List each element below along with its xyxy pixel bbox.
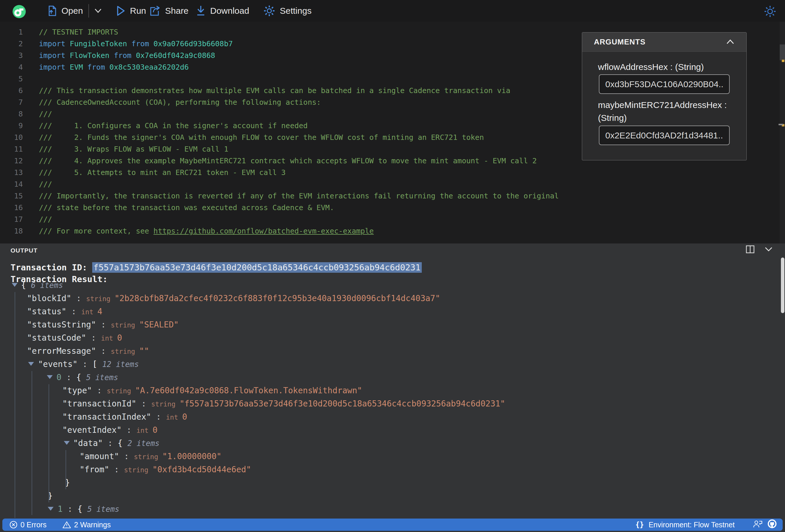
json-token: : <box>151 412 166 422</box>
json-token: "0xfd3b4cd50d44e6ed" <box>152 465 251 474</box>
settings-button[interactable]: Settings <box>263 0 311 22</box>
json-token: : <box>122 425 136 435</box>
json-tree-row: "data" : { 2 items <box>0 437 776 450</box>
line-number: 1 <box>0 26 23 38</box>
expand-triangle-icon[interactable] <box>48 507 54 511</box>
code-line[interactable]: 17/// <box>0 213 773 225</box>
share-icon <box>149 5 160 17</box>
argument-input-maybeMintERC721AddressHex[interactable] <box>599 126 730 145</box>
code-line[interactable]: 15/// Importantly, the transaction is re… <box>0 190 773 202</box>
json-token: "blockId" <box>27 294 71 303</box>
expand-triangle-icon[interactable] <box>28 362 34 366</box>
json-tree-row: "statusCode" : int 0 <box>0 331 776 345</box>
json-token: "statusString" <box>27 320 96 329</box>
expand-triangle-icon[interactable] <box>12 283 18 287</box>
json-tree-row: "errorMessage" : string "" <box>0 345 776 358</box>
json-tree-row: "eventIndex" : int 0 <box>0 424 776 437</box>
errors-count: 0 Errors <box>21 521 47 529</box>
run-button[interactable]: Run <box>117 0 146 22</box>
errors-status[interactable]: 0 Errors <box>9 521 47 529</box>
code-token: 0x7e60df042a9c0868 <box>136 51 215 60</box>
warnings-status[interactable]: 2 Warnings <box>62 521 111 529</box>
json-token: : <box>96 320 111 329</box>
code-token: from <box>87 63 109 71</box>
json-tree-row: "status" : int 4 <box>0 305 776 318</box>
output-scrollbar-thumb[interactable] <box>781 257 784 313</box>
code-line[interactable]: 14/// <box>0 178 773 190</box>
open-dropdown-button[interactable] <box>94 0 102 22</box>
json-token: : <box>86 333 101 343</box>
json-token: : <box>136 399 151 408</box>
open-file-icon <box>47 5 57 17</box>
line-number: 3 <box>0 50 23 61</box>
share-button[interactable]: Share <box>149 0 188 22</box>
arguments-title: ARGUMENTS <box>594 37 646 47</box>
arguments-header[interactable]: ARGUMENTS <box>582 32 746 52</box>
expand-triangle-icon[interactable] <box>64 441 70 445</box>
code-token: import <box>39 51 70 60</box>
line-number: 5 <box>0 73 23 85</box>
code-token: /// This transaction demonstrates how mu… <box>39 86 510 95</box>
json-token: "1.00000000" <box>162 452 221 461</box>
line-number: 8 <box>0 108 23 120</box>
json-tree-row: "amount" : string "1.00000000" <box>0 450 776 463</box>
json-tree-row: 0 : { 5 items <box>0 371 776 384</box>
json-token: "2b28cbfb87da2cfec4f0232c6f883f0f12c95b3… <box>115 294 440 303</box>
json-tree: { 6 items"blockId" : string "2b28cbfb87d… <box>0 244 785 532</box>
editor-scrollbar[interactable] <box>780 22 785 244</box>
code-token: /// state before the transaction was exe… <box>39 203 334 212</box>
code-token: from <box>131 40 153 48</box>
code-token: /// Importantly, the transaction is reve… <box>39 192 559 200</box>
run-play-icon <box>117 5 125 16</box>
line-number: 7 <box>0 97 23 108</box>
chevron-up-icon[interactable] <box>726 39 735 46</box>
argument-input-wflowAddressHex[interactable] <box>599 74 730 94</box>
code-token: /// 1. Configures a COA in the signer's … <box>39 122 308 130</box>
code-link[interactable]: https://github.com/onflow/batched-evm-ex… <box>153 227 374 235</box>
json-token: "" <box>139 346 149 356</box>
code-line[interactable]: 18/// For more context, see https://gith… <box>0 225 773 237</box>
github-icon[interactable] <box>767 519 777 530</box>
json-token: "f557a1573b76aa53e73d46f3e10d200d5c18a65… <box>179 399 505 408</box>
open-button[interactable]: Open <box>47 0 83 22</box>
toolbar-divider <box>88 4 89 18</box>
code-line[interactable]: 13/// 5. Attempts to mint an ERC721 toke… <box>0 167 773 178</box>
expand-triangle-icon[interactable] <box>47 375 53 379</box>
json-token: int <box>136 427 152 434</box>
code-token: /// <box>39 180 52 188</box>
feedback-person-icon[interactable] <box>753 520 763 530</box>
line-number: 13 <box>0 167 23 178</box>
code-token: /// 2. Funds the signer's COA with enoug… <box>39 133 484 142</box>
json-token: "events" <box>38 359 78 369</box>
code-line[interactable]: 16/// state before the transaction was e… <box>0 202 773 213</box>
json-token: string <box>151 400 179 408</box>
braces-icon: {} <box>635 521 644 529</box>
error-circle-icon <box>9 521 18 529</box>
line-number: 6 <box>0 85 23 97</box>
json-token: 4 <box>98 307 102 316</box>
toolbar: Open Run Share Download <box>0 0 785 22</box>
scroll-marker <box>779 124 783 125</box>
environment-status[interactable]: Environment: Flow Testnet <box>649 521 735 529</box>
line-number: 18 <box>0 225 23 237</box>
line-number: 4 <box>0 61 23 73</box>
json-token: string <box>111 348 139 355</box>
json-tree-row: } <box>0 476 776 489</box>
line-number: 12 <box>0 155 23 167</box>
json-token: : <box>78 359 93 369</box>
json-token: 5 items <box>86 373 118 382</box>
editor-scrollbar-thumb[interactable] <box>780 45 785 60</box>
chevron-down-icon <box>94 8 102 14</box>
json-token: { <box>77 504 87 514</box>
download-button[interactable]: Download <box>196 0 249 22</box>
status-bar: 0 Errors 2 Warnings {} Environment: Flow… <box>2 518 783 531</box>
code-token: FungibleToken <box>70 40 131 48</box>
flow-logo[interactable] <box>12 5 26 18</box>
code-token: /// <box>39 215 52 224</box>
download-button-label: Download <box>210 6 249 16</box>
code-token: 0x9a0766d93b6608b7 <box>153 40 233 48</box>
line-number: 10 <box>0 132 23 144</box>
json-token: 0 <box>152 425 157 435</box>
json-token: int <box>166 413 182 421</box>
theme-toggle-button[interactable] <box>764 5 776 19</box>
